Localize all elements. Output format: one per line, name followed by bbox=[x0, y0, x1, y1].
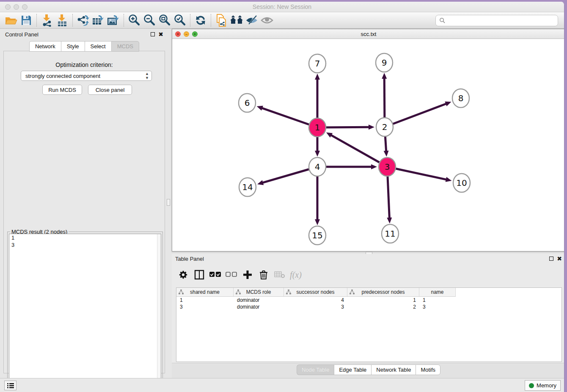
deselect-all-icon[interactable] bbox=[223, 268, 239, 282]
float-panel-icon[interactable] bbox=[151, 32, 155, 36]
edge-arrowhead bbox=[384, 151, 389, 157]
column-header-shared-name[interactable]: shared name bbox=[176, 288, 234, 297]
import-table-icon[interactable] bbox=[55, 13, 70, 28]
column-header-label: name bbox=[431, 289, 443, 295]
list-icon bbox=[7, 383, 14, 389]
export-table-icon[interactable] bbox=[91, 13, 106, 28]
function-builder-icon: f(x) bbox=[288, 268, 304, 282]
toolbar-separator bbox=[36, 14, 37, 27]
zoom-out-icon[interactable] bbox=[142, 13, 157, 28]
memory-label: Memory bbox=[537, 382, 556, 389]
table-panel: Table Panel ✖ bbox=[172, 254, 564, 378]
copy-network-icon[interactable] bbox=[214, 13, 229, 28]
run-mcds-button[interactable]: Run MCDS bbox=[42, 85, 82, 95]
network-window-title: scc.txt bbox=[172, 31, 564, 37]
show-hidden-icon[interactable] bbox=[259, 13, 275, 28]
tab-network[interactable]: Network bbox=[29, 41, 61, 52]
edge-arrowhead bbox=[257, 180, 264, 185]
tab-style[interactable]: Style bbox=[61, 41, 85, 52]
edge-arrowhead bbox=[315, 219, 320, 225]
edge-arrowhead bbox=[371, 164, 377, 169]
zoom-in-icon[interactable] bbox=[127, 13, 142, 28]
refresh-icon[interactable] bbox=[193, 13, 208, 28]
graph-node-label: 1 bbox=[315, 122, 320, 133]
column-header-predecessor-nodes[interactable]: predecessor nodes bbox=[347, 288, 419, 297]
table-cell[interactable]: 4 bbox=[284, 297, 347, 304]
column-header-label: shared name bbox=[190, 289, 220, 295]
close-panel-button[interactable]: Close panel bbox=[88, 85, 132, 95]
zoom-selected-icon[interactable] bbox=[172, 13, 187, 28]
tab-mcds[interactable]: MCDS bbox=[111, 41, 139, 52]
table-toolbar: f(x) bbox=[175, 267, 304, 283]
table-cell[interactable]: 3 bbox=[419, 304, 456, 310]
delete-icon[interactable] bbox=[256, 268, 272, 282]
edge-arrowhead bbox=[387, 218, 392, 224]
table-cell[interactable]: 1 bbox=[176, 297, 234, 304]
table-cell[interactable]: dominator bbox=[234, 304, 284, 310]
optimization-criterion-value: strongly connected component bbox=[25, 73, 100, 79]
memory-status-icon bbox=[529, 383, 534, 388]
toolbar-separator bbox=[211, 14, 211, 27]
vertical-splitter-grip[interactable] bbox=[167, 199, 170, 206]
graph-node-label: 2 bbox=[382, 122, 388, 132]
delete-table-icon bbox=[272, 268, 288, 282]
table-settings-icon[interactable] bbox=[175, 268, 191, 282]
save-session-icon[interactable] bbox=[19, 13, 34, 28]
select-all-icon[interactable] bbox=[207, 268, 223, 282]
tab-network-table[interactable]: Network Table bbox=[371, 364, 416, 375]
float-panel-icon[interactable] bbox=[549, 257, 553, 261]
close-panel-icon[interactable]: ✖ bbox=[557, 255, 562, 262]
mcds-result-list[interactable]: 13 bbox=[9, 234, 161, 392]
table-row[interactable]: 3dominator323 bbox=[176, 304, 561, 310]
search-input[interactable] bbox=[446, 17, 558, 24]
table-header-row: shared nameMCDS rolesuccessor nodesprede… bbox=[176, 288, 561, 297]
table-body: 1dominator4113dominator323 bbox=[176, 297, 561, 310]
column-header-successor-nodes[interactable]: successor nodes bbox=[284, 288, 347, 297]
close-panel-icon[interactable]: ✖ bbox=[158, 31, 163, 38]
table-cell[interactable]: dominator bbox=[234, 297, 284, 304]
table-cell[interactable]: 3 bbox=[176, 304, 234, 310]
result-scrollbar[interactable] bbox=[157, 234, 161, 391]
column-manager-icon[interactable] bbox=[191, 268, 207, 282]
toolbar-separator bbox=[72, 14, 73, 27]
tab-select[interactable]: Select bbox=[85, 41, 111, 52]
export-network-icon[interactable] bbox=[75, 13, 91, 28]
graph-node-label: 8 bbox=[458, 93, 464, 103]
table-row[interactable]: 1dominator411 bbox=[176, 297, 561, 304]
network-canvas[interactable]: 7968124314101511 bbox=[172, 39, 564, 251]
open-session-icon[interactable] bbox=[3, 13, 19, 28]
optimization-criterion-select[interactable]: strongly connected component ▲▼ bbox=[21, 71, 152, 81]
table-cell[interactable]: 1 bbox=[419, 297, 456, 304]
export-image-icon[interactable] bbox=[106, 13, 121, 28]
edge-arrowhead bbox=[445, 102, 451, 106]
table-cell[interactable]: 3 bbox=[284, 304, 347, 310]
graph-node-label: 4 bbox=[315, 162, 320, 172]
fx-icon-label: f(x) bbox=[290, 270, 302, 280]
import-network-icon[interactable] bbox=[39, 13, 55, 28]
first-neighbors-icon[interactable] bbox=[229, 13, 244, 28]
column-header-label: predecessor nodes bbox=[361, 289, 405, 295]
table-cell[interactable]: 2 bbox=[347, 304, 419, 310]
control-panel: Control Panel ✖ NetworkStyleSelectMCDS O… bbox=[2, 30, 167, 375]
node-table[interactable]: shared nameMCDS rolesuccessor nodesprede… bbox=[176, 287, 562, 362]
zoom-fit-icon[interactable] bbox=[157, 13, 172, 28]
hide-selected-icon[interactable] bbox=[244, 13, 259, 28]
column-header-name[interactable]: name bbox=[419, 288, 456, 297]
tab-node-table[interactable]: Node Table bbox=[297, 364, 334, 375]
column-header-label: MCDS role bbox=[246, 289, 271, 295]
control-panel-header: Control Panel ✖ bbox=[2, 30, 167, 40]
column-header-MCDS-role[interactable]: MCDS role bbox=[234, 288, 284, 297]
graph-node-label: 11 bbox=[385, 229, 395, 239]
tab-motifs[interactable]: Motifs bbox=[416, 364, 440, 375]
task-history-button[interactable] bbox=[4, 381, 17, 390]
add-row-icon[interactable] bbox=[239, 268, 256, 282]
edge-arrowhead bbox=[446, 177, 452, 182]
table-panel-title: Table Panel bbox=[175, 256, 204, 262]
tab-edge-table[interactable]: Edge Table bbox=[334, 364, 371, 375]
edge-3-10[interactable] bbox=[387, 167, 447, 179]
edge-2-8[interactable] bbox=[385, 104, 446, 127]
memory-button[interactable]: Memory bbox=[525, 380, 561, 391]
network-window-titlebar[interactable]: ✕ – + scc.txt bbox=[172, 29, 564, 39]
table-cell[interactable]: 1 bbox=[347, 297, 419, 304]
edge-3-1[interactable] bbox=[330, 135, 387, 167]
